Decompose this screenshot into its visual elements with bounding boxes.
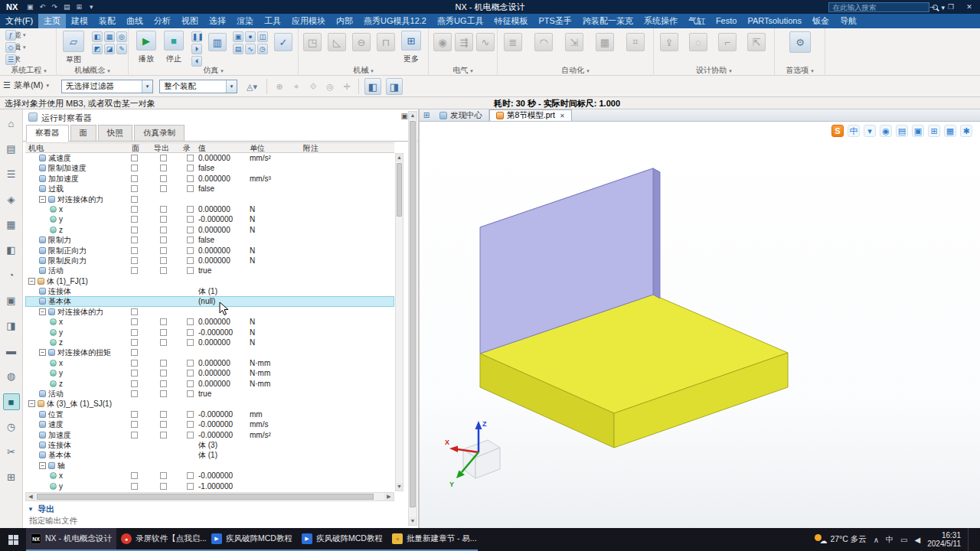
tab-特征模板[interactable]: 特征模板 — [488, 14, 533, 28]
watcher-row-基本体[interactable]: 基本体体 (1) — [25, 450, 394, 460]
watcher-row-体 (1)_FJ(1)[interactable]: −体 (1)_FJ(1) — [25, 276, 394, 286]
record-checkbox[interactable] — [187, 483, 194, 490]
watcher-tab-察看器[interactable]: 察看器 — [26, 125, 69, 142]
face-checkbox[interactable] — [131, 380, 138, 387]
record-checkbox[interactable] — [187, 390, 194, 397]
face-checkbox[interactable] — [131, 329, 138, 336]
column-header[interactable]: 机电 — [28, 143, 44, 153]
sequence-editor-icon[interactable]: ◨ — [3, 318, 20, 334]
record-checkbox[interactable] — [187, 370, 194, 377]
table-vertical-scrollbar[interactable]: ▲ ▼ — [395, 153, 403, 491]
view-manager-icon[interactable]: ◧ — [3, 242, 20, 259]
requirements-check-icon[interactable]: ✓ — [274, 33, 292, 51]
highlight-selection-icon[interactable]: ◬▾ — [245, 80, 259, 93]
record-checkbox[interactable] — [187, 411, 194, 418]
watcher-row-y[interactable]: y0.000000N·mm — [25, 368, 394, 378]
scroll-down-icon[interactable]: ▼ — [409, 517, 416, 525]
shaded-view-icon[interactable]: ◧ — [364, 78, 381, 95]
undo-icon[interactable]: ↶ — [36, 3, 48, 11]
tab-工具[interactable]: 工具 — [259, 14, 286, 28]
clock[interactable]: 16:31 2024/5/11 — [927, 531, 961, 548]
export-checkbox[interactable] — [160, 206, 167, 213]
intersection-snap-icon[interactable]: ✛ — [340, 80, 354, 93]
inspector-icon[interactable]: ▤ — [233, 44, 243, 54]
software-logo[interactable]: S — [831, 125, 844, 137]
copy-icon[interactable]: ▤ — [60, 3, 73, 11]
float-panel-icon[interactable]: ▣ — [401, 112, 408, 120]
tab-应用模块[interactable]: 应用模块 — [286, 14, 331, 28]
export-checkbox[interactable] — [160, 155, 167, 161]
graphics-viewport[interactable]: ⊞ 发现中心第8节模型.prt✕ Z X Y S中▾◉▤▣ — [420, 109, 980, 528]
face-checkbox[interactable] — [131, 196, 138, 203]
snap-point-icon[interactable]: ⊕ — [273, 80, 286, 93]
export-checkbox[interactable] — [160, 360, 167, 367]
tab-文件(F)[interactable]: 文件(F) — [0, 14, 38, 28]
group-label[interactable]: 系统工程 ▾ — [2, 65, 56, 76]
record-checkbox[interactable] — [187, 380, 194, 387]
export-checkbox[interactable] — [160, 175, 167, 182]
read-aloud-icon[interactable]: ▤ — [896, 125, 908, 137]
tab-跨装配一茉克[interactable]: 跨装配一茉克 — [577, 14, 639, 28]
face-checkbox[interactable] — [131, 318, 138, 325]
face-checkbox[interactable] — [131, 206, 138, 213]
actuator-icon[interactable]: ⇶ — [455, 33, 473, 51]
capture-icon[interactable]: ◫ — [257, 31, 268, 42]
plc-connection-icon[interactable]: ⌗ — [626, 33, 645, 51]
dependencies-icon[interactable]: ◍ — [3, 368, 20, 385]
notification-center-button[interactable] — [968, 528, 977, 551]
group-label[interactable]: 仿真 ▾ — [129, 65, 298, 76]
watcher-row-限制正向力[interactable]: 限制正向力0.000000N — [25, 246, 394, 256]
tools-icon[interactable]: ✂ — [3, 444, 20, 461]
watcher-row-z[interactable]: z0.000000N·mm — [25, 379, 394, 389]
face-checkbox[interactable] — [131, 227, 138, 233]
watcher-row-y[interactable]: y-1.000000 — [25, 481, 394, 491]
face-checkbox[interactable] — [131, 472, 138, 479]
snapshot-icon[interactable]: ▣ — [233, 31, 243, 42]
record-checkbox[interactable] — [187, 432, 194, 439]
translate-dropdown-icon[interactable]: ▾ — [864, 125, 876, 137]
history-icon[interactable]: ◔ — [3, 267, 20, 284]
quick-access-dropdown-icon[interactable]: ▾ — [85, 3, 97, 11]
scroll-left-icon[interactable]: ◀ — [26, 493, 35, 500]
close-tab-icon[interactable]: ✕ — [560, 112, 565, 119]
panel-vertical-scrollbar[interactable]: ▲ ▼ — [408, 111, 417, 526]
sequence-editor-icon[interactable]: ≣ — [504, 33, 522, 51]
sensor-icon[interactable]: ◉ — [433, 33, 452, 51]
export-load-icon[interactable]: ⇪ — [660, 33, 678, 51]
collapse-icon[interactable]: − — [39, 349, 46, 356]
record-checkbox[interactable] — [187, 155, 194, 161]
volume-icon[interactable]: ◀ — [915, 536, 921, 544]
watcher-row-基本体[interactable]: 基本体(null) — [25, 296, 394, 306]
runtime-inspector-icon[interactable]: ■ — [3, 393, 20, 410]
watcher-row-限制反向力[interactable]: 限制反向力0.000000N — [25, 256, 394, 266]
export-checkbox[interactable] — [160, 318, 167, 325]
column-header[interactable]: 面 — [132, 143, 139, 153]
record-checkbox[interactable] — [187, 216, 194, 223]
watcher-row-z[interactable]: z0.000000N — [25, 225, 394, 235]
reuse-library-icon[interactable]: ▦ — [3, 217, 20, 233]
settings-icon[interactable]: ✱ — [960, 125, 972, 137]
dropdown-arrow-icon[interactable]: ▾ — [226, 80, 237, 93]
symbol-table-icon[interactable]: ▦ — [596, 33, 614, 51]
constraint-navigator-icon[interactable]: ☰ — [3, 166, 20, 183]
face-checkbox[interactable] — [131, 349, 138, 356]
cam-profile-icon[interactable]: ◠ — [534, 33, 553, 51]
record-checkbox[interactable] — [187, 339, 194, 346]
export-checkbox[interactable] — [160, 432, 167, 439]
watcher-row-z[interactable]: z0.000000N — [25, 337, 394, 347]
record-checkbox[interactable] — [187, 175, 194, 182]
export-checkbox[interactable] — [160, 247, 167, 254]
watcher-row-对连接体的力[interactable]: −对连接体的力 — [25, 194, 394, 204]
watcher-row-体 (3)_体 (1)_SJ(1)[interactable]: −体 (3)_体 (1)_SJ(1) — [25, 399, 394, 409]
redo-icon[interactable]: ↷ — [48, 3, 60, 11]
export-checkbox[interactable] — [160, 236, 167, 243]
part-navigator-icon[interactable]: ◈ — [3, 191, 20, 208]
watcher-row-x[interactable]: x0.000000N — [25, 204, 394, 214]
watcher-row-活动[interactable]: 活动true — [25, 389, 394, 399]
basic-joint-icon[interactable]: ⊖ — [352, 33, 371, 51]
watcher-row-x[interactable]: x-0.000000 — [25, 471, 394, 481]
read-nc-icon[interactable]: ⇲ — [565, 33, 583, 51]
face-checkbox[interactable] — [131, 267, 138, 274]
face-checkbox[interactable] — [131, 483, 138, 490]
start-button[interactable] — [0, 528, 26, 551]
